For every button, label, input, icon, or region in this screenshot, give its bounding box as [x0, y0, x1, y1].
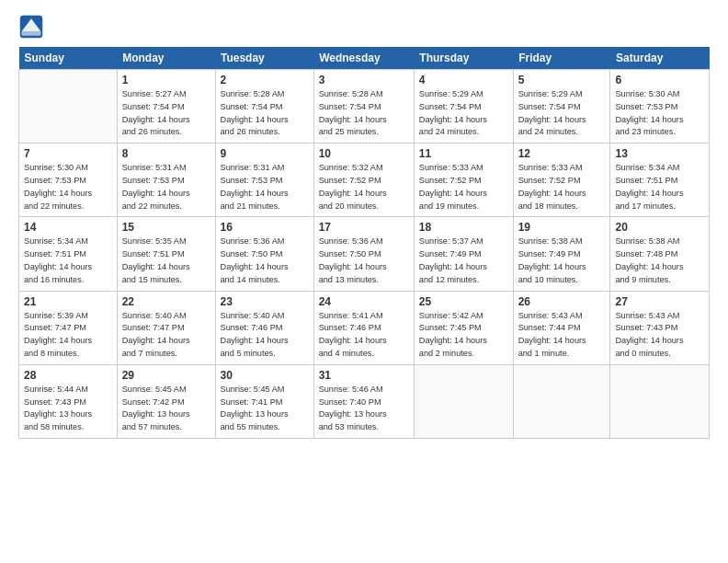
day-number: 6: [615, 74, 704, 86]
week-row-1: 1Sunrise: 5:27 AM Sunset: 7:54 PM Daylig…: [19, 70, 710, 144]
day-cell: [19, 70, 118, 144]
day-info: Sunrise: 5:46 AM Sunset: 7:40 PM Dayligh…: [319, 384, 409, 434]
day-cell: 9Sunrise: 5:31 AM Sunset: 7:53 PM Daylig…: [215, 144, 313, 217]
week-row-2: 7Sunrise: 5:30 AM Sunset: 7:53 PM Daylig…: [19, 144, 710, 217]
page-container: SundayMondayTuesdayWednesdayThursdayFrid…: [0, 0, 728, 448]
day-number: 31: [319, 369, 409, 382]
day-info: Sunrise: 5:34 AM Sunset: 7:51 PM Dayligh…: [615, 162, 704, 213]
day-cell: 15Sunrise: 5:35 AM Sunset: 7:51 PM Dayli…: [117, 217, 215, 291]
day-number: 4: [419, 74, 508, 86]
day-cell: 13Sunrise: 5:34 AM Sunset: 7:51 PM Dayli…: [610, 144, 710, 217]
day-info: Sunrise: 5:43 AM Sunset: 7:43 PM Dayligh…: [615, 310, 704, 361]
header: [18, 14, 710, 40]
col-header-saturday: Saturday: [610, 47, 710, 70]
day-cell: 19Sunrise: 5:38 AM Sunset: 7:49 PM Dayli…: [513, 217, 610, 291]
day-cell: 8Sunrise: 5:31 AM Sunset: 7:53 PM Daylig…: [117, 144, 215, 217]
day-info: Sunrise: 5:37 AM Sunset: 7:49 PM Dayligh…: [419, 236, 508, 286]
day-info: Sunrise: 5:38 AM Sunset: 7:49 PM Dayligh…: [518, 236, 606, 286]
day-info: Sunrise: 5:30 AM Sunset: 7:53 PM Dayligh…: [24, 162, 112, 213]
day-info: Sunrise: 5:41 AM Sunset: 7:46 PM Dayligh…: [319, 310, 409, 361]
day-cell: 1Sunrise: 5:27 AM Sunset: 7:54 PM Daylig…: [117, 70, 215, 144]
day-number: 29: [122, 369, 210, 382]
day-info: Sunrise: 5:33 AM Sunset: 7:52 PM Dayligh…: [518, 162, 606, 213]
day-info: Sunrise: 5:42 AM Sunset: 7:45 PM Dayligh…: [419, 310, 508, 361]
day-number: 17: [319, 221, 409, 234]
day-number: 27: [615, 295, 704, 308]
week-row-4: 21Sunrise: 5:39 AM Sunset: 7:47 PM Dayli…: [19, 291, 710, 364]
day-info: Sunrise: 5:36 AM Sunset: 7:50 PM Dayligh…: [221, 236, 309, 286]
day-number: 26: [518, 295, 606, 308]
day-cell: 27Sunrise: 5:43 AM Sunset: 7:43 PM Dayli…: [610, 291, 710, 364]
day-info: Sunrise: 5:28 AM Sunset: 7:54 PM Dayligh…: [221, 88, 309, 139]
day-info: Sunrise: 5:28 AM Sunset: 7:54 PM Dayligh…: [319, 88, 409, 139]
day-number: 19: [518, 221, 606, 234]
day-number: 10: [319, 147, 409, 160]
day-number: 20: [615, 221, 704, 234]
day-cell: 29Sunrise: 5:45 AM Sunset: 7:42 PM Dayli…: [117, 364, 215, 438]
day-cell: [513, 364, 610, 438]
day-number: 14: [24, 221, 112, 234]
day-number: 13: [615, 147, 704, 160]
day-info: Sunrise: 5:32 AM Sunset: 7:52 PM Dayligh…: [319, 162, 409, 213]
day-cell: 25Sunrise: 5:42 AM Sunset: 7:45 PM Dayli…: [414, 291, 513, 364]
calendar-table: SundayMondayTuesdayWednesdayThursdayFrid…: [18, 47, 710, 439]
day-cell: 24Sunrise: 5:41 AM Sunset: 7:46 PM Dayli…: [313, 291, 414, 364]
col-header-friday: Friday: [513, 47, 610, 70]
day-info: Sunrise: 5:45 AM Sunset: 7:42 PM Dayligh…: [122, 384, 210, 434]
day-info: Sunrise: 5:30 AM Sunset: 7:53 PM Dayligh…: [615, 88, 704, 139]
day-cell: [610, 364, 710, 438]
day-number: 15: [122, 221, 210, 234]
day-cell: 23Sunrise: 5:40 AM Sunset: 7:46 PM Dayli…: [215, 291, 313, 364]
day-cell: 17Sunrise: 5:36 AM Sunset: 7:50 PM Dayli…: [313, 217, 414, 291]
week-row-3: 14Sunrise: 5:34 AM Sunset: 7:51 PM Dayli…: [19, 217, 710, 291]
day-number: 7: [24, 147, 112, 160]
day-number: 30: [221, 369, 309, 382]
day-cell: 14Sunrise: 5:34 AM Sunset: 7:51 PM Dayli…: [19, 217, 118, 291]
day-cell: [414, 364, 513, 438]
day-cell: 11Sunrise: 5:33 AM Sunset: 7:52 PM Dayli…: [414, 144, 513, 217]
day-number: 24: [319, 295, 409, 308]
day-info: Sunrise: 5:38 AM Sunset: 7:48 PM Dayligh…: [615, 236, 704, 286]
day-number: 9: [221, 147, 309, 160]
day-cell: 26Sunrise: 5:43 AM Sunset: 7:44 PM Dayli…: [513, 291, 610, 364]
day-number: 22: [122, 295, 210, 308]
logo-icon: [18, 14, 44, 40]
day-info: Sunrise: 5:27 AM Sunset: 7:54 PM Dayligh…: [122, 88, 210, 139]
day-info: Sunrise: 5:40 AM Sunset: 7:47 PM Dayligh…: [122, 310, 210, 361]
day-number: 12: [518, 147, 606, 160]
day-cell: 31Sunrise: 5:46 AM Sunset: 7:40 PM Dayli…: [313, 364, 414, 438]
svg-rect-2: [22, 31, 41, 35]
day-cell: 5Sunrise: 5:29 AM Sunset: 7:54 PM Daylig…: [513, 70, 610, 144]
day-cell: 4Sunrise: 5:29 AM Sunset: 7:54 PM Daylig…: [414, 70, 513, 144]
day-info: Sunrise: 5:45 AM Sunset: 7:41 PM Dayligh…: [221, 384, 309, 434]
day-info: Sunrise: 5:39 AM Sunset: 7:47 PM Dayligh…: [24, 310, 112, 361]
day-number: 1: [122, 74, 210, 86]
day-info: Sunrise: 5:35 AM Sunset: 7:51 PM Dayligh…: [122, 236, 210, 286]
day-cell: 10Sunrise: 5:32 AM Sunset: 7:52 PM Dayli…: [313, 144, 414, 217]
header-row: SundayMondayTuesdayWednesdayThursdayFrid…: [19, 47, 710, 70]
day-info: Sunrise: 5:33 AM Sunset: 7:52 PM Dayligh…: [419, 162, 508, 213]
col-header-wednesday: Wednesday: [313, 47, 414, 70]
day-cell: 18Sunrise: 5:37 AM Sunset: 7:49 PM Dayli…: [414, 217, 513, 291]
day-cell: 22Sunrise: 5:40 AM Sunset: 7:47 PM Dayli…: [117, 291, 215, 364]
day-number: 21: [24, 295, 112, 308]
day-info: Sunrise: 5:34 AM Sunset: 7:51 PM Dayligh…: [24, 236, 112, 286]
day-info: Sunrise: 5:40 AM Sunset: 7:46 PM Dayligh…: [221, 310, 309, 361]
day-cell: 21Sunrise: 5:39 AM Sunset: 7:47 PM Dayli…: [19, 291, 118, 364]
day-cell: 6Sunrise: 5:30 AM Sunset: 7:53 PM Daylig…: [610, 70, 710, 144]
day-cell: 12Sunrise: 5:33 AM Sunset: 7:52 PM Dayli…: [513, 144, 610, 217]
day-info: Sunrise: 5:31 AM Sunset: 7:53 PM Dayligh…: [122, 162, 210, 213]
day-number: 28: [24, 369, 112, 382]
day-cell: 3Sunrise: 5:28 AM Sunset: 7:54 PM Daylig…: [313, 70, 414, 144]
day-cell: 7Sunrise: 5:30 AM Sunset: 7:53 PM Daylig…: [19, 144, 118, 217]
day-info: Sunrise: 5:31 AM Sunset: 7:53 PM Dayligh…: [221, 162, 309, 213]
day-number: 11: [419, 147, 508, 160]
col-header-monday: Monday: [117, 47, 215, 70]
day-cell: 16Sunrise: 5:36 AM Sunset: 7:50 PM Dayli…: [215, 217, 313, 291]
day-info: Sunrise: 5:44 AM Sunset: 7:43 PM Dayligh…: [24, 384, 112, 434]
day-info: Sunrise: 5:43 AM Sunset: 7:44 PM Dayligh…: [518, 310, 606, 361]
col-header-thursday: Thursday: [414, 47, 513, 70]
day-cell: 28Sunrise: 5:44 AM Sunset: 7:43 PM Dayli…: [19, 364, 118, 438]
day-info: Sunrise: 5:29 AM Sunset: 7:54 PM Dayligh…: [518, 88, 606, 139]
day-number: 18: [419, 221, 508, 234]
